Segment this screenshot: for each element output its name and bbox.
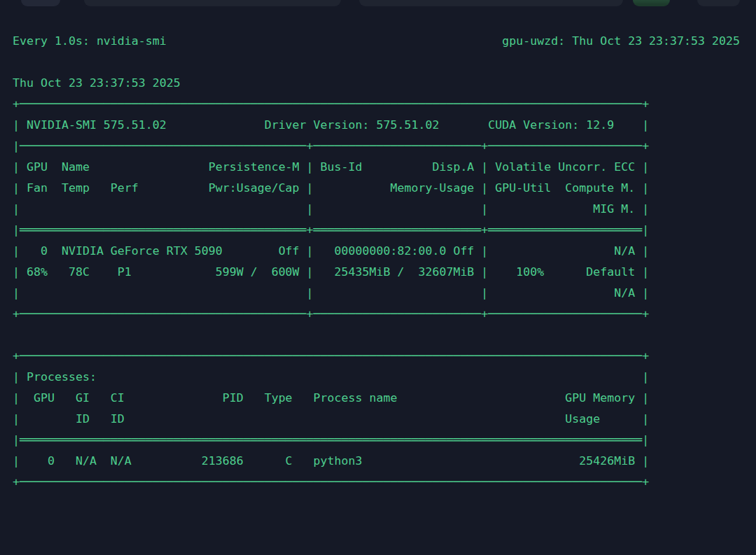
toolbar-field-far-right[interactable] <box>697 0 740 6</box>
toolbar-green-button[interactable] <box>633 0 670 6</box>
terminal-window: { "colors": { "background": "#151926", "… <box>0 0 756 555</box>
toolbar-field-right[interactable] <box>359 0 623 6</box>
terminal-screen-text: Every 1.0s: nvidia-smi gpu-uwzd: Thu Oct… <box>13 31 740 493</box>
toolbar-field-left[interactable] <box>84 0 341 6</box>
toolbar-pill-button[interactable] <box>21 0 60 6</box>
